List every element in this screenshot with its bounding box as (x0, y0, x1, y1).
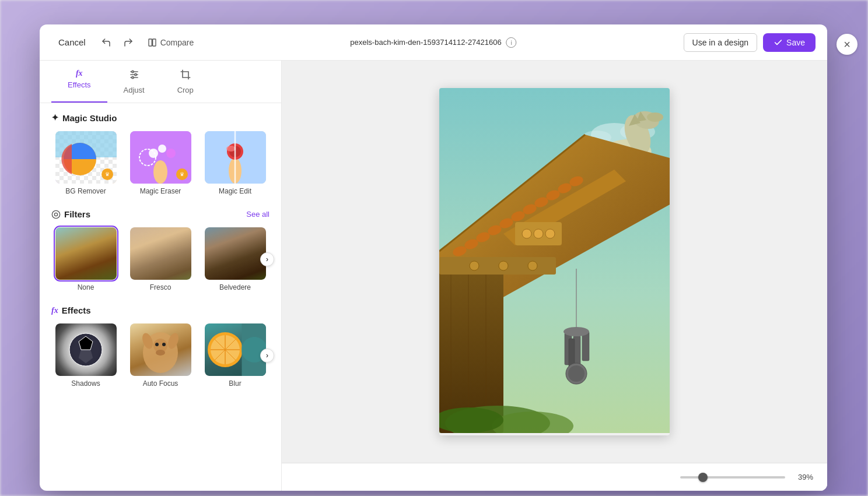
zoom-bar: 39% (282, 463, 827, 491)
effect-autofocus-card[interactable]: Auto Focus (126, 323, 195, 388)
filters-section-header: Filters See all (51, 209, 270, 219)
svg-point-97 (545, 229, 555, 238)
magic-edit-card[interactable]: Magic Edit (201, 131, 270, 195)
filter-belvedere-thumb (205, 227, 266, 280)
magic-eraser-card[interactable]: ♛ Magic Eraser (126, 131, 195, 195)
svg-point-77 (470, 261, 479, 270)
filters-next-button[interactable]: › (260, 252, 274, 266)
svg-point-5 (131, 71, 133, 72)
header-center: pexels-bach-kim-den-1593714112-27421606 … (350, 37, 516, 48)
modal-header: Cancel Compare (40, 24, 827, 61)
undo-button[interactable] (97, 34, 115, 51)
svg-rect-0 (149, 39, 152, 46)
compare-button[interactable]: Compare (142, 34, 200, 51)
zoom-slider[interactable] (680, 476, 785, 479)
save-button[interactable]: Save (763, 33, 816, 52)
svg-point-89 (568, 365, 584, 382)
cancel-button[interactable]: Cancel (51, 34, 93, 51)
filters-grid-wrapper: None Fresco (51, 227, 270, 291)
svg-point-37 (155, 343, 159, 346)
effects-grid: Shadows (51, 323, 270, 388)
main-image (439, 88, 670, 435)
effects-section-icon: fx (51, 306, 58, 315)
svg-point-78 (499, 261, 508, 270)
sidebar: fx Effects Adjust (40, 61, 282, 491)
effects-next-button[interactable]: › (260, 349, 274, 363)
tab-adjust[interactable]: Adjust (107, 61, 161, 103)
svg-point-58 (647, 112, 663, 122)
adjust-tab-icon (128, 69, 140, 83)
effects-section-title: fx Effects (51, 305, 270, 315)
close-button[interactable]: × (836, 34, 858, 55)
svg-rect-76 (439, 257, 556, 275)
effects-tab-icon: fx (76, 69, 83, 78)
sidebar-content: ✦ Magic Studio (40, 103, 281, 411)
filter-belvedere-card[interactable]: Belvedere (201, 227, 270, 291)
image-container (282, 61, 827, 463)
header-left: Cancel Compare (51, 34, 200, 51)
filter-fresco-card[interactable]: Fresco (126, 227, 195, 291)
svg-point-19 (158, 145, 166, 153)
filters-see-all-button[interactable]: See all (246, 210, 270, 219)
filters-grid: None Fresco (51, 227, 270, 291)
svg-point-17 (153, 160, 167, 184)
tab-bar: fx Effects Adjust (40, 61, 281, 103)
magic-studio-icon: ✦ (51, 112, 59, 123)
svg-point-7 (131, 76, 133, 78)
bg-remover-card[interactable]: ♛ BG Remover (51, 131, 120, 195)
filter-fresco-thumb (130, 227, 191, 280)
svg-point-27 (226, 146, 236, 152)
filter-none-thumb (55, 227, 117, 280)
effect-blur-card[interactable]: Blur (201, 323, 270, 388)
magic-studio-section-title: ✦ Magic Studio (51, 112, 270, 123)
redo-button[interactable] (120, 34, 137, 51)
main-content: 39% (282, 61, 827, 491)
effect-shadows-thumb (55, 323, 117, 376)
svg-point-79 (528, 261, 537, 270)
tab-effects[interactable]: fx Effects (51, 61, 107, 103)
zoom-level: 39% (792, 473, 813, 481)
filter-none-card[interactable]: None (51, 227, 120, 291)
svg-point-29 (52, 210, 60, 218)
svg-point-96 (534, 229, 543, 238)
svg-rect-1 (152, 39, 155, 46)
magic-eraser-crown: ♛ (176, 168, 188, 180)
svg-point-6 (134, 73, 136, 75)
filters-title: Filters (51, 209, 90, 219)
svg-point-90 (564, 327, 589, 336)
info-icon[interactable]: i (506, 37, 517, 48)
header-right: Use in a design Save (684, 33, 816, 52)
svg-point-95 (522, 229, 531, 238)
svg-point-30 (54, 213, 57, 216)
use-in-design-button[interactable]: Use in a design (684, 33, 758, 52)
bg-remover-thumb: ♛ (55, 131, 117, 184)
modal: Cancel Compare (40, 24, 827, 491)
svg-point-20 (166, 149, 176, 158)
effects-grid-wrapper: Shadows (51, 323, 270, 388)
tab-crop[interactable]: Crop (161, 61, 210, 103)
svg-rect-85 (582, 332, 589, 361)
svg-point-38 (162, 343, 166, 346)
effect-autofocus-thumb (130, 323, 191, 376)
magic-studio-grid: ♛ BG Remover (51, 131, 270, 195)
effect-shadows-card[interactable]: Shadows (51, 323, 120, 388)
magic-edit-thumb (205, 131, 266, 184)
file-name: pexels-bach-kim-den-1593714112-27421606 (350, 38, 501, 47)
crop-tab-icon (180, 69, 191, 83)
magic-eraser-thumb: ♛ (130, 131, 191, 184)
effect-blur-thumb (205, 323, 266, 376)
svg-point-39 (156, 350, 165, 356)
bg-remover-crown: ♛ (102, 168, 113, 180)
svg-point-18 (149, 149, 158, 158)
modal-body: fx Effects Adjust (40, 61, 827, 491)
